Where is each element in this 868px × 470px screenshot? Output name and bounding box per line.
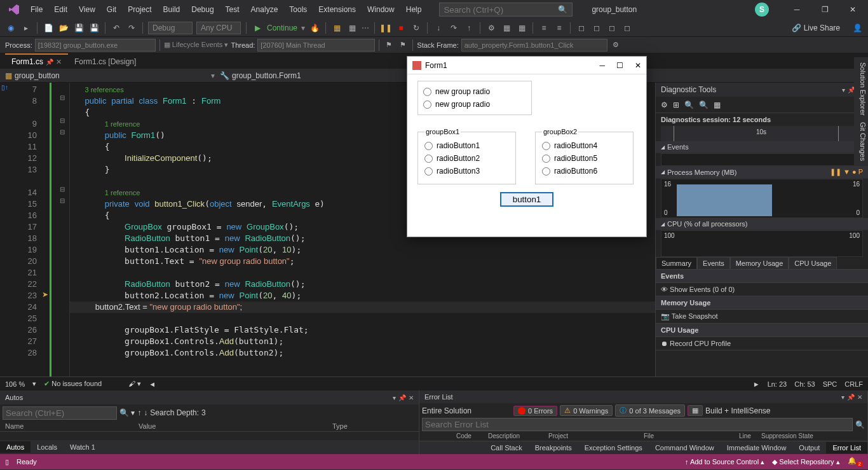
dropdown-icon[interactable]: ▾ [842, 86, 845, 93]
close-icon[interactable]: ✕ [857, 394, 862, 401]
build-combo[interactable]: Build + IntelliSense [705, 406, 788, 415]
radio-button4[interactable]: radioButton4 [542, 139, 627, 152]
issues-indicator[interactable]: ✔ No issues found [44, 380, 102, 388]
scroll-left-icon[interactable]: ◄ [149, 380, 156, 388]
zoom-reset-icon[interactable]: ⊞ [673, 100, 679, 109]
messages-filter[interactable]: ⓘ 0 of 3 Messages [615, 404, 685, 417]
form-close-button[interactable]: ✕ [635, 61, 641, 70]
tab-form1-cs[interactable]: Form1.cs 📌 ✕ [5, 53, 68, 69]
menu-edit[interactable]: Edit [49, 3, 72, 17]
tab-exception[interactable]: Exception Settings [578, 442, 649, 453]
tool-icon[interactable]: ▦ [516, 22, 527, 34]
step-icon[interactable]: ▦ [346, 22, 358, 34]
close-icon[interactable]: ✕ [409, 394, 414, 401]
platform-combo[interactable]: Any CPU [196, 22, 241, 34]
radio-newgroup-1[interactable]: new group radio [423, 85, 526, 98]
maximize-button[interactable]: ❐ [812, 1, 837, 18]
close-tab-icon[interactable]: ✕ [56, 58, 62, 66]
tab-watch1[interactable]: Watch 1 [64, 441, 102, 453]
tab-locals[interactable]: Locals [31, 441, 64, 453]
bookmark-icon[interactable]: ◻ [576, 22, 587, 34]
tab-summary[interactable]: Summary [656, 257, 697, 269]
outdent-icon[interactable]: ≡ [553, 22, 565, 34]
menu-debug[interactable]: Debug [186, 3, 219, 17]
filter-icon[interactable]: ▦ [688, 405, 703, 416]
bookmark-icon[interactable]: ◻ [606, 22, 618, 34]
button1[interactable]: button1 [500, 192, 553, 207]
tab-errorlist[interactable]: Error List [826, 442, 867, 453]
menu-window[interactable]: Window [362, 3, 400, 17]
add-source-control[interactable]: ↑ Add to Source Control ▴ [685, 458, 764, 466]
pin-icon[interactable]: 📌 [46, 59, 53, 66]
nav-up-icon[interactable]: ↑ [137, 408, 141, 417]
form-maximize-button[interactable]: ☐ [616, 61, 623, 70]
save-all-icon[interactable]: 💾 [88, 22, 100, 34]
tab-events[interactable]: Events [697, 257, 730, 269]
timeline[interactable]: 10s [661, 126, 863, 141]
show-events-link[interactable]: 👁 Show Events (0 of 0) [656, 283, 868, 296]
tab-git-changes[interactable]: Git Changes [855, 122, 867, 161]
scroll-right-icon[interactable]: ► [753, 380, 760, 388]
undo-icon[interactable]: ↶ [111, 22, 122, 34]
fold-icon[interactable]: ⊟ [60, 197, 65, 204]
radio-button2[interactable]: radioButton2 [424, 152, 509, 165]
dropdown-icon[interactable]: ▾ [393, 394, 396, 401]
tab-form1-design[interactable]: Form1.cs [Design] [68, 54, 142, 69]
tab-solution-explorer[interactable]: Solution Explorer [855, 62, 867, 116]
minimize-button[interactable]: ─ [784, 1, 810, 18]
open-folder-icon[interactable]: 📂 [58, 22, 69, 34]
indent-icon[interactable]: ≡ [538, 22, 550, 34]
tab-immediate[interactable]: Immediate Window [721, 442, 793, 453]
pause-icon[interactable]: ❚❚ [380, 22, 391, 34]
take-snapshot-link[interactable]: 📷 Take Snapshot [656, 310, 868, 324]
nav-fwd-icon[interactable]: ▸ [20, 22, 32, 34]
bookmark-icon[interactable]: ◻ [621, 22, 633, 34]
radio-button6[interactable]: radioButton6 [542, 165, 627, 177]
config-combo[interactable]: Debug [148, 22, 193, 34]
tab-output[interactable]: Output [792, 442, 826, 453]
running-form-window[interactable]: Form1 ─ ☐ ✕ new group radio new group ra… [407, 56, 647, 237]
warnings-filter[interactable]: ⚠ 0 Warnings [560, 405, 613, 416]
process-combo[interactable]: [19832] group_button.exe [35, 39, 156, 52]
zoom-in-icon[interactable]: 🔍 [684, 100, 694, 109]
menu-project[interactable]: Project [123, 3, 156, 17]
cpu-section[interactable]: CPU (% of all processors) [656, 218, 868, 230]
step-out-icon[interactable]: ↑ [463, 22, 475, 34]
new-item-icon[interactable]: 📄 [43, 22, 54, 34]
tool-icon[interactable]: ⚙ [610, 39, 621, 51]
restart-icon[interactable]: ↻ [410, 22, 422, 34]
select-repository[interactable]: ◆ Select Repository ▴ [772, 458, 839, 466]
nav-down-icon[interactable]: ↓ [144, 408, 147, 417]
tab-memory[interactable]: Memory Usage [730, 257, 789, 269]
form-minimize-button[interactable]: ─ [599, 61, 605, 70]
form-titlebar[interactable]: Form1 ─ ☐ ✕ [407, 57, 646, 74]
menu-tools[interactable]: Tools [284, 3, 312, 17]
scope-combo[interactable]: Entire Solution [422, 406, 511, 415]
tab-command[interactable]: Command Window [649, 442, 721, 453]
continue-icon[interactable]: ▶ [252, 22, 263, 34]
hot-reload-icon[interactable]: 🔥 [309, 22, 320, 34]
fold-icon[interactable]: ⊟ [60, 128, 65, 135]
zoom-level[interactable]: 106 % [5, 380, 25, 388]
errors-filter[interactable]: 0 Errors [513, 406, 557, 416]
project-combo[interactable]: ▦ group_button [5, 71, 208, 80]
menu-view[interactable]: View [74, 3, 100, 17]
thread-combo[interactable]: [20760] Main Thread [257, 39, 375, 52]
stack-combo[interactable]: auto_property.Form1.button1_Click [461, 39, 607, 52]
radio-newgroup-2[interactable]: new group radio [423, 98, 526, 111]
close-button[interactable]: ✕ [840, 1, 865, 18]
radio-button1[interactable]: radioButton1 [424, 139, 509, 152]
zoom-out-icon[interactable]: 🔍 [699, 100, 709, 109]
bookmark-icon[interactable]: ◻ [591, 22, 602, 34]
nav-back-icon[interactable]: ◉ [5, 22, 17, 34]
spaces-indicator[interactable]: SPC [823, 380, 837, 388]
class-combo[interactable]: 🔧 group_button.Form1 [220, 71, 301, 80]
menu-extensions[interactable]: Extensions [313, 3, 361, 17]
notifications-icon[interactable]: 🔔2 [848, 457, 863, 466]
errorlist-search-input[interactable] [422, 418, 853, 431]
quick-search[interactable]: 🔍 [439, 3, 573, 17]
line-ending[interactable]: CRLF [844, 380, 863, 388]
menu-analyze[interactable]: Analyze [246, 3, 283, 17]
lifecycle-events[interactable]: ▦ Lifecycle Events ▾ [164, 41, 229, 49]
fold-icon[interactable]: ⊟ [60, 94, 65, 101]
